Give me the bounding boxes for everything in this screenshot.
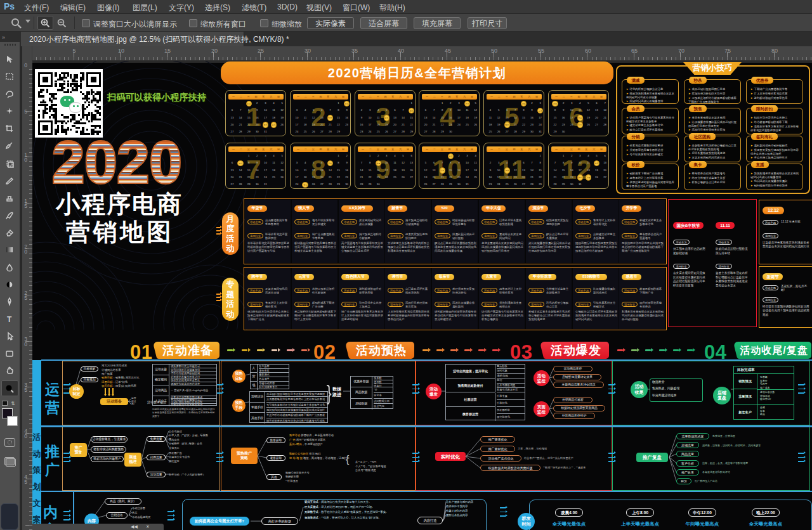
svg-text:T: T [7,315,12,324]
